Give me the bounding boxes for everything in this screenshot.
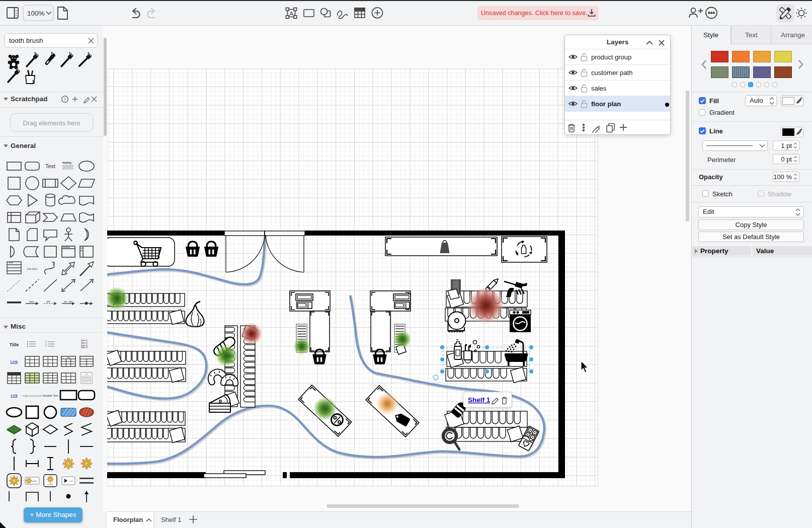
svg-text:Table: Table [66, 357, 71, 359]
svg-text:Text: Text [45, 163, 55, 169]
svg-text:?: ? [63, 97, 66, 102]
svg-text:Label: Label [32, 480, 37, 482]
svg-text:List Item: List Item [27, 267, 38, 270]
svg-text:Title: Title [85, 373, 88, 375]
svg-text:Shelf 1: Shelf 1 [468, 396, 491, 404]
svg-text:Heading: Heading [62, 162, 71, 164]
svg-text:3.: 3. [45, 345, 47, 347]
svg-text:Title: Title [10, 342, 19, 347]
svg-text:Label: Label [48, 483, 53, 485]
svg-text:Link: Link [11, 393, 18, 398]
svg-text:Item 4: Item 4 [81, 346, 88, 349]
svg-text:Variable Text: Variable Text [42, 394, 58, 397]
svg-text:Link: Link [11, 359, 19, 364]
svg-text:A: A [289, 11, 293, 17]
svg-text:100%: 100% [27, 10, 45, 17]
svg-text:Fri Aug 30 2024 10:00:00: Fri Aug 30 2024 10:00:00 [23, 395, 42, 397]
svg-text:Link: Link [69, 480, 73, 482]
